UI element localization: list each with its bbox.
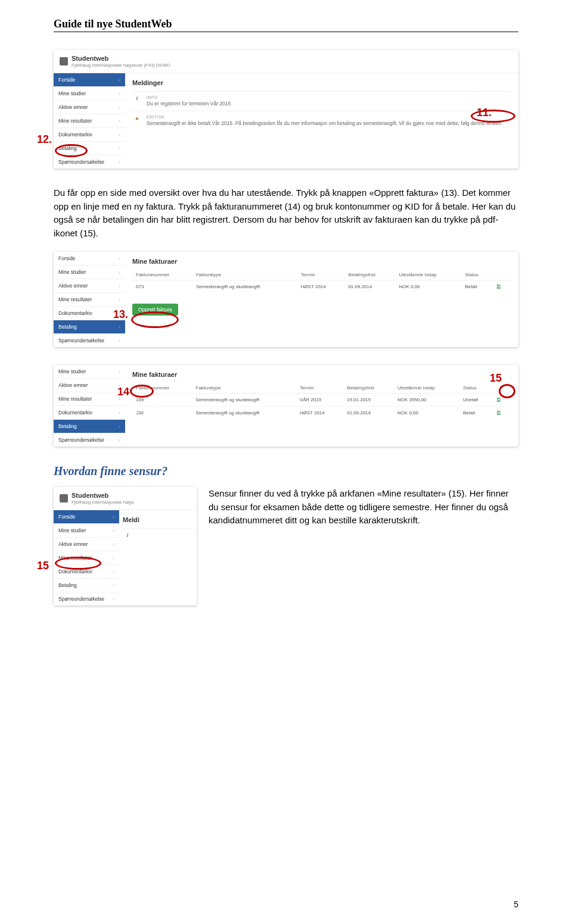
sidebar-item-sporre[interactable]: Spørreundersøkelse› (54, 333, 125, 347)
chevron-right-icon: › (113, 569, 114, 575)
col-frist: Betalingsfrist (343, 383, 394, 394)
sidebar-item-aktive-emner[interactable]: Aktive emner› (54, 537, 119, 551)
cell-nr[interactable]: 073 (132, 280, 192, 294)
cell-type: Semesteravgift og studieavgift (192, 407, 296, 420)
table-header-row: Fakturanummer Fakturatype Termin Betalin… (132, 383, 511, 394)
chevron-right-icon: › (113, 583, 114, 588)
screenshot-meldinger: Studentweb Fjellhaug internasjonale høgs… (54, 50, 518, 168)
sidebar-item-mine-resultater[interactable]: Mine resultater› (54, 114, 125, 127)
cell-nr[interactable]: J30 (132, 407, 192, 420)
col-nr: Fakturanummer (132, 270, 192, 280)
chevron-right-icon: › (113, 597, 114, 602)
sidebar-item-forside[interactable]: Forside› (54, 510, 119, 523)
col-type: Fakturatype (192, 383, 296, 394)
message-info: i (123, 528, 193, 542)
sidebar-item-aktive-emner[interactable]: Aktive emner› (54, 378, 125, 392)
cell-frist: 15.01.2015 (343, 394, 394, 407)
chevron-right-icon: › (113, 555, 114, 561)
sidebar-item-aktive-emner[interactable]: Aktive emner› (54, 279, 125, 292)
sidebar-item-forside[interactable]: Forside› (54, 73, 125, 86)
annotation-circle-15 (499, 384, 515, 398)
cell-status: Betalt (461, 280, 492, 294)
cell-status: Ubetalt (459, 394, 492, 407)
fakturaer-heading: Mine fakturaer (132, 371, 511, 378)
sidebar-item-label: Spørreundersøkelse (58, 596, 104, 602)
table-row: J30 Semesteravgift og studieavgift HØST … (132, 407, 511, 420)
chevron-right-icon: › (119, 438, 120, 443)
brand-bar: Studentweb Fjellhaug internasjonale høgs (54, 487, 197, 510)
brand-name: Studentweb (72, 492, 108, 499)
info-label: INFO (147, 95, 231, 99)
chevron-right-icon: › (119, 146, 120, 151)
screenshot-sensur: Studentweb Fjellhaug internasjonale høgs… (54, 487, 197, 605)
sidebar-item-label: Mine resultater (58, 118, 92, 124)
warning-icon: ▲ (132, 115, 142, 127)
chevron-right-icon: › (119, 324, 120, 330)
annotation-circle-11 (471, 110, 515, 123)
sidebar-item-forside[interactable]: Forside› (54, 252, 125, 265)
sidebar-item-dokumentarkiv[interactable]: Dokumentarkiv› (54, 405, 125, 419)
cell-belop: NOK 0,00 (394, 407, 459, 420)
sidebar-item-betaling[interactable]: Betaling› (54, 320, 125, 333)
annotation-circle-12 (55, 144, 88, 157)
sidebar-item-mine-resultater[interactable]: Mine resultater› (54, 392, 125, 405)
sidebar-item-aktive-emner[interactable]: Aktive emner› (54, 100, 125, 114)
sidebar-item-label: Betaling (58, 582, 77, 588)
chevron-right-icon: › (119, 283, 120, 289)
col-belop: Utestående beløp (396, 270, 462, 280)
chevron-right-icon: › (113, 528, 114, 533)
chevron-right-icon: › (119, 297, 120, 302)
pdf-icon[interactable]: 🗎 (496, 410, 502, 416)
col-belop: Utestående beløp (394, 383, 459, 394)
sidebar-item-label: Dokumentarkiv (58, 310, 92, 316)
fakturaer-table: Fakturanummer Fakturatype Termin Betalin… (132, 383, 511, 419)
sidebar-item-sporre[interactable]: Spørreundersøkelse› (54, 155, 125, 168)
sidebar-item-label: Betaling (58, 324, 77, 330)
sidebar-item-mine-resultater[interactable]: Mine resultater› (54, 292, 125, 306)
chevron-right-icon: › (119, 338, 120, 344)
sidebar-item-mine-studier[interactable]: Mine studier› (54, 365, 125, 378)
chevron-right-icon: › (119, 77, 120, 83)
cell-belop: NOK 0,00 (396, 280, 462, 294)
pdf-icon[interactable]: 🗎 (496, 283, 502, 290)
sidebar: Forside› Mine studier› Aktive emner› Min… (54, 252, 125, 347)
sidebar-item-sporre[interactable]: Spørreundersøkelse› (54, 592, 119, 605)
section-heading-sensur: Hvordan finne sensur? (54, 464, 518, 478)
cell-frist: 01.09.2014 (343, 407, 394, 420)
sidebar-item-mine-studier[interactable]: Mine studier› (54, 265, 125, 279)
chevron-right-icon: › (119, 369, 120, 374)
message-kritisk: ▲ KRITISK Semesteravgift er ikke betalt … (132, 111, 511, 130)
sidebar-item-betaling[interactable]: Betaling› (54, 419, 125, 433)
sidebar-item-label: Spørreundersøkelse (58, 437, 104, 443)
annotation-circle-14 (130, 385, 154, 398)
sidebar-item-sporre[interactable]: Spørreundersøkelse› (54, 433, 125, 447)
sidebar-item-label: Spørreundersøkelse (58, 159, 104, 165)
pdf-icon[interactable]: 🗎 (496, 397, 502, 403)
brand-name: Studentweb (72, 55, 108, 62)
paragraph-sensur: Sensur finner du ved å trykke på arkfane… (209, 487, 518, 527)
sidebar-item-dokumentarkiv[interactable]: Dokumentarkiv› (54, 127, 125, 141)
chevron-right-icon: › (119, 424, 120, 429)
annotation-circle-15b (55, 557, 101, 570)
sidebar-item-label: Forside (58, 77, 75, 83)
sidebar-item-label: Forside (58, 514, 75, 520)
meldinger-heading-short: Meldi (123, 516, 193, 523)
info-icon: i (132, 95, 142, 107)
cell-termin: VÅR 2015 (296, 394, 343, 407)
kritisk-label: KRITISK (147, 115, 501, 119)
cell-status: Betalt (459, 407, 492, 420)
annotation-12: 12. (37, 133, 52, 146)
sidebar-item-label: Aktive emner (58, 382, 88, 388)
chevron-right-icon: › (119, 118, 120, 124)
sidebar-item-mine-studier[interactable]: Mine studier› (54, 86, 125, 100)
col-frist: Betalingsfrist (344, 270, 395, 280)
sidebar-item-betaling[interactable]: Betaling› (54, 578, 119, 592)
sidebar-item-mine-studier[interactable]: Mine studier› (54, 523, 119, 537)
document-header: Guide til nye StudentWeb (54, 18, 518, 32)
col-termin: Termin (297, 270, 345, 280)
brand-subtitle: Fjellhaug internasjonale høgs (72, 500, 134, 505)
main-meldi: Meldi i (119, 510, 197, 605)
sidebar-item-label: Aktive emner (58, 283, 88, 289)
annotation-circle-13 (131, 311, 179, 328)
col-termin: Termin (296, 383, 343, 394)
